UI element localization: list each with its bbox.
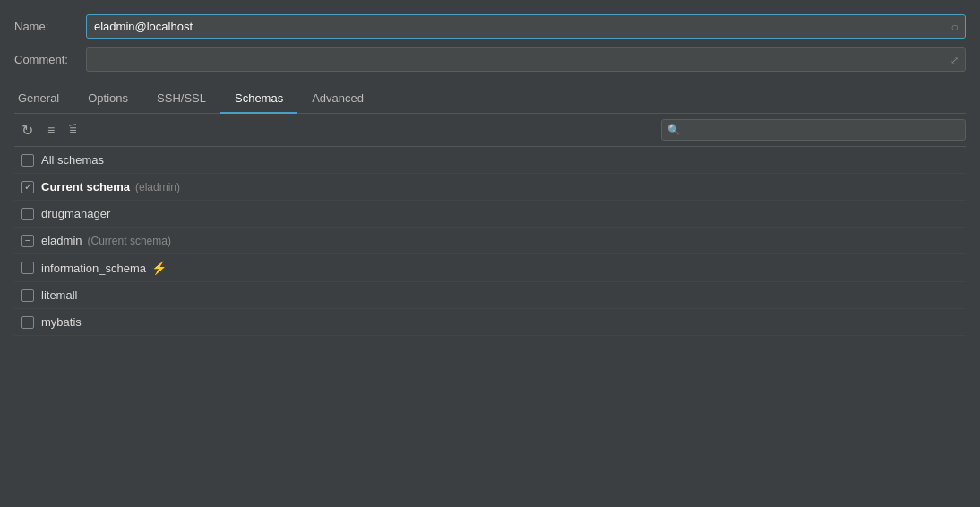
expand-icon: ⤢ [950, 54, 959, 65]
deselect-button[interactable]: ≡ [65, 121, 80, 139]
list-item[interactable]: drugmanager [14, 201, 966, 228]
comment-input-wrapper: ⤢ [86, 47, 966, 72]
schema-name-eladmin: eladmin [41, 234, 82, 247]
checkbox-drugmanager[interactable] [21, 208, 34, 220]
tab-general[interactable]: General [14, 86, 73, 114]
check-mark: ✓ [24, 182, 32, 192]
tab-options[interactable]: Options [73, 86, 142, 114]
list-item[interactable]: mybatis [14, 309, 966, 336]
tab-sshssl[interactable]: SSH/SSL [142, 86, 220, 114]
select-all-icon: ≡ [47, 123, 55, 137]
refresh-icon: ↻ [21, 122, 33, 139]
name-field-row: Name: ○ [14, 14, 966, 39]
checkbox-information-schema[interactable] [21, 262, 34, 274]
deselect-icon: ≡ [69, 123, 76, 137]
checkbox-current-schema[interactable]: ✓ [21, 181, 34, 193]
list-item[interactable]: ✓ Current schema (eladmin) [14, 174, 966, 201]
schema-sub-current: (eladmin) [135, 181, 180, 193]
search-icon: 🔍 [667, 124, 681, 136]
tabs-row: General Options SSH/SSL Schemas Advanced [14, 86, 966, 114]
tab-advanced[interactable]: Advanced [297, 86, 378, 114]
schema-name-mybatis: mybatis [41, 315, 82, 329]
comment-field-row: Comment: ⤢ [14, 47, 966, 72]
checkbox-litemall[interactable] [21, 289, 34, 302]
schema-sub-eladmin: (Current schema) [88, 235, 171, 247]
checkbox-all-schemas[interactable] [21, 154, 34, 167]
list-item[interactable]: litemall [14, 282, 966, 309]
main-container: Name: ○ Comment: ⤢ General Options SSH/S… [0, 0, 980, 507]
name-input[interactable] [86, 14, 966, 39]
schema-name-all: All schemas [41, 153, 104, 167]
checkbox-eladmin[interactable]: − [21, 235, 34, 247]
name-input-icon: ○ [951, 20, 959, 34]
name-input-wrapper: ○ [86, 14, 966, 39]
list-item[interactable]: − eladmin (Current schema) [14, 228, 966, 254]
indeterminate-mark: − [25, 236, 30, 245]
select-all-button[interactable]: ≡ [44, 121, 58, 139]
comment-input[interactable] [86, 47, 966, 72]
schema-name-current: Current schema [41, 180, 130, 193]
name-label: Name: [14, 20, 86, 33]
schema-name-information: information_schema [41, 262, 146, 275]
schema-list: All schemas ✓ Current schema (eladmin) d… [14, 147, 966, 507]
toolbar-row: ↻ ≡ ≡ 🔍 [14, 114, 966, 147]
checkbox-mybatis[interactable] [21, 316, 34, 329]
search-input[interactable] [661, 119, 966, 141]
refresh-button[interactable]: ↻ [18, 120, 37, 141]
schema-name-litemall: litemall [41, 288, 77, 302]
tab-schemas[interactable]: Schemas [220, 86, 297, 114]
list-item[interactable]: information_schema ⚡ [14, 254, 966, 282]
schema-name-drugmanager: drugmanager [41, 207, 110, 220]
list-item[interactable]: All schemas [14, 147, 966, 174]
comment-label: Comment: [14, 53, 86, 66]
search-wrapper: 🔍 [661, 119, 966, 141]
lightning-icon: ⚡ [151, 261, 167, 275]
